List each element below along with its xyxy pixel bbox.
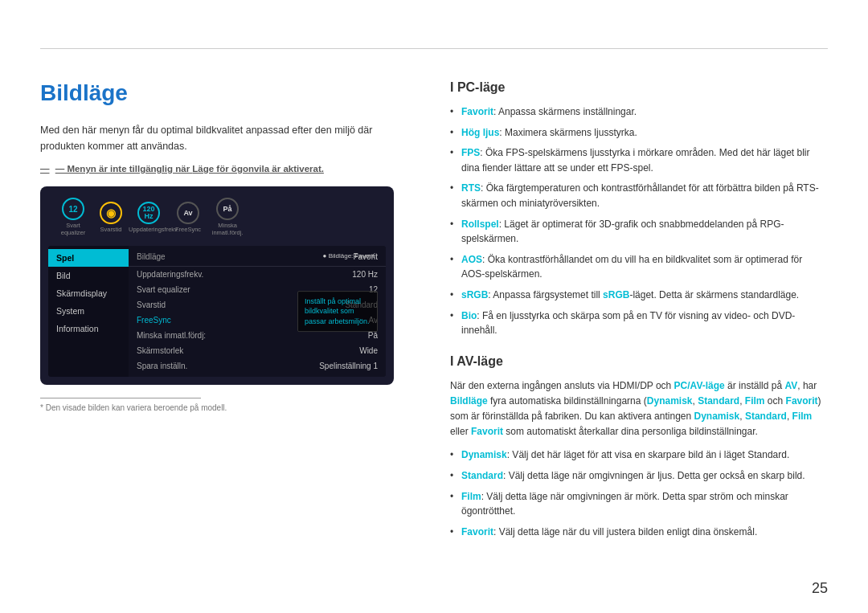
- menu-item-spel[interactable]: Spel: [48, 249, 129, 267]
- bullet-av-film: Film: Välj detta läge när omgivningen är…: [450, 489, 828, 519]
- bullet-av-dynamisk: Dynamisk: Välj det här läget för att vis…: [450, 447, 828, 463]
- col-bildlage: Bildläge: [137, 252, 166, 261]
- intro-text: Med den här menyn får du optimal bildkva…: [40, 122, 418, 154]
- menu-item-skarmdisplay[interactable]: Skärmdisplay: [48, 284, 129, 302]
- bullet-rts: RTS: Öka färgtemperaturen och kontrastfö…: [450, 181, 828, 210]
- menu-item-information[interactable]: Information: [48, 320, 129, 337]
- footnote-text: * Den visade bilden kan variera beroende…: [40, 403, 418, 412]
- bullet-hog-ljus: Hög ljus: Maximera skärmens ljusstyrka.: [450, 125, 828, 141]
- page-container: Bildläge Med den här menyn får du optima…: [0, 0, 868, 613]
- pc-bullet-list: Favorit: Anpassa skärmens inställningar.…: [450, 104, 828, 338]
- note-text: ― ― Menyn är inte tillgänglig när Läge f…: [40, 164, 418, 174]
- svarstid-icon: ◉ Svarstid: [100, 202, 122, 233]
- av-intro-text: När den externa ingången ansluts via HDM…: [450, 378, 828, 440]
- page-title: Bildläge: [40, 80, 418, 106]
- footnote-line: [40, 398, 201, 398]
- screen-wrapper: ● Bildläge: Favorit Spel Bild Skärmdispl…: [48, 246, 386, 377]
- right-column: I PC-läge Favorit: Anpassa skärmens inst…: [450, 80, 828, 581]
- content-area: Bildläge Med den här menyn får du optima…: [40, 80, 828, 581]
- bullet-rollspel: Rollspel: Läget är optimerat för 3D-graf…: [450, 217, 828, 247]
- page-number: 25: [812, 580, 828, 597]
- bullet-av-standard: Standard: Välj detta läge när omgivninge…: [450, 468, 828, 484]
- pc-section-title: I PC-läge: [450, 80, 828, 95]
- left-column: Bildläge Med den här menyn får du optima…: [40, 80, 418, 581]
- menu-left: Spel Bild Skärmdisplay System Informatio…: [48, 246, 129, 377]
- equalizer-icon: 12 Svart equalizer: [53, 198, 93, 236]
- bullet-aos: AOS: Öka kontrastförhållandet om du vill…: [450, 252, 828, 282]
- bullet-bio: Bio: Få en ljusstyrka och skärpa som på …: [450, 309, 828, 338]
- av-section-title: I AV-läge: [450, 354, 828, 369]
- freesync-icon: Av FreeSync: [175, 202, 201, 233]
- bullet-av-favorit: Favorit: Välj detta läge när du vill jus…: [450, 525, 828, 540]
- info-overlay: Inställt på optimal bildkvalitet som pas…: [297, 291, 378, 333]
- bullet-fps: FPS: Öka FPS-spelskärmens ljusstyrka i m…: [450, 145, 828, 175]
- menu-row-skarmstorlek: Skärmstorlek Wide: [129, 343, 386, 358]
- menu-row-spara: Spara inställn. Spelinställning 1: [129, 358, 386, 374]
- bildlage-badge: ● Bildläge: Favorit: [323, 252, 375, 260]
- minska-icon: På Minska inmatl.fördj.: [207, 198, 248, 236]
- av-bullet-list: Dynamisk: Välj det här läget för att vis…: [450, 447, 828, 539]
- bullet-srgb: sRGB: Anpassa färgsystemet till sRGB-läg…: [450, 288, 828, 303]
- bullet-favorit: Favorit: Anpassa skärmens inställningar.: [450, 104, 828, 120]
- monitor-mockup: 12 Svart equalizer ◉ Svarstid 120Hz Uppd…: [40, 186, 394, 385]
- menu-row-uppdatering: Uppdateringsfrekv. 120 Hz: [129, 267, 386, 282]
- menu-item-system[interactable]: System: [48, 302, 129, 320]
- monitor-top-bar: 12 Svart equalizer ◉ Svarstid 120Hz Uppd…: [48, 194, 386, 239]
- menu-item-bild[interactable]: Bild: [48, 267, 129, 284]
- hz-icon: 120Hz Uppdateringsfrekv.: [129, 202, 169, 233]
- top-divider: [40, 48, 828, 49]
